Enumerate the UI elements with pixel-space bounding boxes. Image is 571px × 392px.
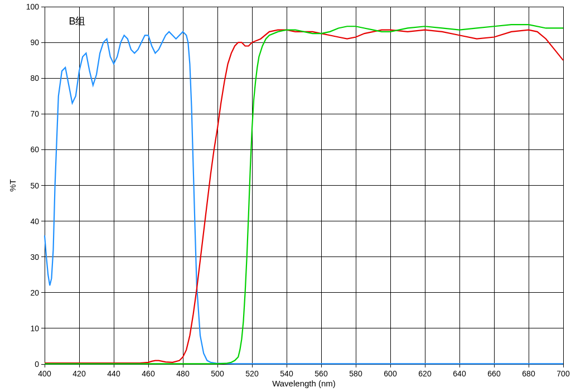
chart-svg: 4004204404604805005205405605806006206406…	[0, 0, 571, 392]
x-tick-label: 680	[522, 369, 535, 378]
x-axis: 4004204404604805005205405605806006206406…	[38, 364, 570, 378]
x-tick-label: 580	[349, 369, 362, 378]
x-tick-label: 500	[211, 369, 224, 378]
series-blue	[45, 32, 563, 364]
y-tick-label: 70	[30, 109, 39, 118]
y-tick-label: 90	[30, 38, 39, 47]
series-red	[45, 30, 563, 363]
series-green	[45, 25, 563, 364]
grid	[45, 7, 563, 364]
x-tick-label: 460	[142, 369, 155, 378]
x-tick-label: 620	[418, 369, 432, 378]
y-tick-label: 20	[30, 288, 39, 297]
x-axis-title: Wavelength (nm)	[272, 379, 336, 388]
x-tick-label: 420	[72, 369, 86, 378]
x-tick-label: 700	[557, 369, 570, 378]
x-tick-label: 600	[384, 369, 397, 378]
y-tick-label: 60	[30, 145, 39, 154]
y-tick-label: 50	[30, 181, 39, 190]
y-tick-label: 80	[30, 74, 39, 83]
y-tick-label: 10	[30, 324, 39, 333]
y-axis-title: %T	[8, 179, 17, 192]
x-tick-label: 480	[176, 369, 190, 378]
y-tick-label: 0	[35, 360, 39, 369]
x-tick-label: 560	[314, 369, 328, 378]
transmittance-chart: 4004204404604805005205405605806006206406…	[0, 0, 571, 392]
y-axis: 0102030405060708090100	[26, 2, 45, 369]
x-tick-label: 660	[487, 369, 501, 378]
y-tick-label: 100	[26, 2, 40, 11]
x-tick-label: 520	[245, 369, 259, 378]
x-tick-label: 540	[280, 369, 293, 378]
annotation-label: B组	[69, 16, 85, 27]
x-tick-label: 400	[38, 369, 51, 378]
x-tick-label: 440	[107, 369, 120, 378]
y-tick-label: 30	[30, 253, 39, 262]
y-tick-label: 40	[30, 217, 39, 226]
x-tick-label: 640	[453, 369, 466, 378]
